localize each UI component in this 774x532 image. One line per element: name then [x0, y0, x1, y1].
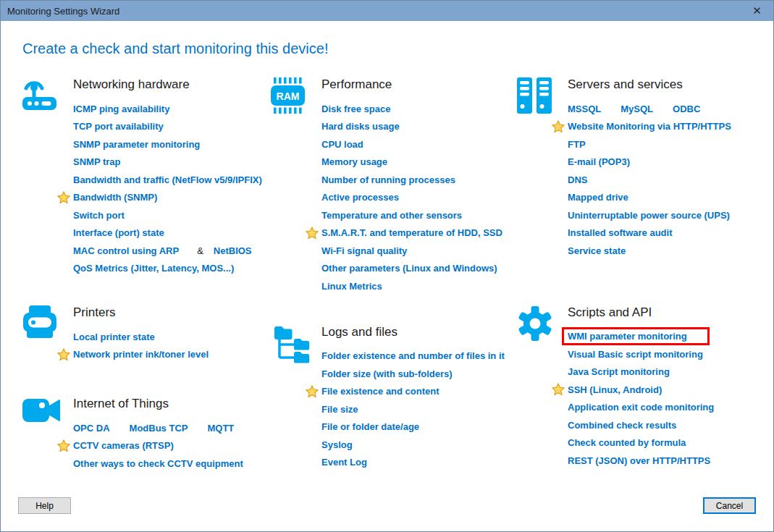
list-item: Application exit code monitoring — [568, 399, 753, 417]
column-middle: RAMPerformanceDisk free spaceHard disks … — [271, 76, 517, 473]
check-link[interactable]: Local printer state — [73, 332, 155, 342]
list-item: QoS Metrics (Jitter, Latency, MOS...) — [73, 260, 271, 278]
check-link[interactable]: Wi-Fi signal quality — [321, 245, 407, 256]
folders-icon — [271, 325, 321, 364]
page-title: Create a check and start monitoring this… — [22, 41, 773, 57]
check-link[interactable]: ODBC — [673, 104, 700, 114]
check-link[interactable]: MySQL — [621, 104, 653, 114]
cancel-button[interactable]: Cancel — [703, 497, 756, 514]
check-link[interactable]: QoS Metrics (Jitter, Latency, MOS...) — [73, 263, 234, 274]
check-link[interactable]: Linux Metrics — [321, 281, 382, 292]
check-link[interactable]: Event Log — [321, 457, 367, 468]
check-link[interactable]: Bandwidth and traffic (NetFlow v5/9/IPFI… — [73, 174, 262, 185]
column-right: Servers and servicesMSSQLMySQLODBCWebsit… — [517, 76, 753, 473]
check-link[interactable]: Interface (port) state — [73, 227, 164, 238]
check-link[interactable]: MQTT — [207, 423, 234, 434]
svg-text:RAM: RAM — [277, 90, 300, 102]
titlebar: Monitoring Settings Wizard ✕ — [1, 1, 773, 21]
section-networking-hardware: Networking hardwareICMP ping availabilit… — [22, 76, 271, 277]
check-link[interactable]: Service state — [568, 245, 626, 256]
check-link[interactable]: Folder size (with sub-folders) — [321, 368, 453, 379]
check-link[interactable]: Other ways to check CCTV equipment — [73, 458, 243, 469]
list-item: Visual Basic script monitoring — [568, 345, 753, 363]
gear-icon — [517, 305, 568, 342]
check-link[interactable]: OPC DA — [73, 423, 110, 434]
section-title: Servers and services — [568, 76, 753, 93]
star-icon — [57, 191, 70, 204]
check-link[interactable]: Folder existence and number of files in … — [321, 350, 505, 361]
check-link[interactable]: Combined check results — [568, 420, 676, 431]
list-item: Linux Metrics — [321, 277, 517, 295]
section-servers-and-services: Servers and servicesMSSQLMySQLODBCWebsit… — [517, 76, 753, 260]
check-link[interactable]: Bandwidth (SNMP) — [73, 192, 157, 203]
list-item: Switch port — [73, 206, 271, 224]
check-link[interactable]: Active processes — [321, 192, 399, 203]
list-item: File size — [321, 400, 517, 418]
check-link[interactable]: Mapped drive — [568, 192, 628, 203]
check-link[interactable]: File size — [321, 404, 358, 415]
list-item: Bandwidth and traffic (NetFlow v5/9/IPFI… — [73, 171, 271, 189]
check-link[interactable]: Website Monitoring via HTTP/HTTPS — [568, 121, 731, 132]
list-item: OPC DAModBus TCPMQTT — [73, 419, 271, 437]
section-printers: PrintersLocal printer stateNetwork print… — [22, 304, 271, 363]
printer-icon — [22, 305, 73, 343]
star-icon — [552, 383, 565, 396]
list-item: SSH (Linux, Android) — [568, 381, 753, 399]
check-link[interactable]: MSSQL — [568, 104, 601, 114]
list-item: Website Monitoring via HTTP/HTTPS — [568, 118, 753, 136]
check-link[interactable]: WMI parameter monitoring — [568, 331, 687, 342]
list-item: Memory usage — [321, 153, 517, 172]
list-item: CPU load — [321, 135, 517, 153]
check-link[interactable]: CCTV cameras (RTSP) — [73, 440, 174, 451]
check-link[interactable]: Application exit code monitoring — [568, 402, 714, 413]
list-item: MSSQLMySQLODBC — [568, 100, 753, 118]
star-icon — [552, 120, 565, 133]
check-link[interactable]: Check counted by formula — [568, 437, 686, 448]
check-link[interactable]: SSH (Linux, Android) — [568, 384, 662, 395]
check-link[interactable]: Installed software audit — [568, 227, 672, 238]
check-link[interactable]: FTP — [568, 139, 586, 150]
check-link[interactable]: SNMP parameter monitoring — [73, 139, 200, 150]
column-left: Networking hardwareICMP ping availabilit… — [22, 76, 271, 473]
section-scripts-and-api: Scripts and APIWMI parameter monitoringV… — [517, 304, 753, 470]
section-performance: RAMPerformanceDisk free spaceHard disks … — [271, 76, 517, 295]
list-item: Active processes — [321, 189, 517, 207]
list-item: Java Script monitoring — [568, 363, 753, 381]
check-link[interactable]: DNS — [568, 174, 587, 185]
star-icon — [306, 227, 319, 240]
check-link[interactable]: Uninterruptable power source (UPS) — [568, 210, 730, 221]
list-item: ICMP ping availability — [73, 100, 271, 118]
check-link[interactable]: File or folder date/age — [321, 421, 419, 432]
check-link[interactable]: NetBIOS — [214, 245, 252, 256]
check-link[interactable]: Memory usage — [321, 156, 387, 167]
check-link[interactable]: Visual Basic script monitoring — [568, 349, 703, 360]
list-item: Bandwidth (SNMP) — [73, 189, 271, 207]
check-link[interactable]: Hard disks usage — [321, 121, 400, 132]
check-link[interactable]: Other parameters (Linux and Windows) — [321, 263, 497, 274]
check-link[interactable]: S.M.A.R.T. and temperature of HDD, SSD — [321, 227, 502, 238]
check-link[interactable]: ModBus TCP — [130, 423, 188, 434]
check-link[interactable]: Temperature and other sensors — [321, 210, 462, 221]
list-item: SNMP trap — [73, 153, 271, 172]
list-item: Interface (port) state — [73, 224, 271, 242]
check-link[interactable]: Disk free space — [321, 104, 390, 114]
list-item: MAC control using ARP&NetBIOS — [73, 242, 271, 260]
check-link[interactable]: ICMP ping availability — [73, 104, 169, 114]
check-link[interactable]: TCP port availability — [73, 121, 164, 132]
help-button[interactable]: Help — [18, 497, 71, 514]
check-link[interactable]: Number of running processes — [321, 174, 455, 185]
check-link[interactable]: Network printer ink/toner level — [73, 349, 209, 360]
section-logs-and-files: Logs and filesFolder existence and numbe… — [271, 324, 517, 472]
list-item: WMI parameter monitoring — [568, 328, 753, 346]
check-link[interactable]: Syslog — [321, 439, 353, 450]
check-link[interactable]: Switch port — [73, 210, 125, 221]
check-link[interactable]: SNMP trap — [73, 156, 121, 167]
check-link[interactable]: CPU load — [321, 139, 363, 150]
list-item: Other ways to check CCTV equipment — [73, 455, 271, 473]
check-link[interactable]: Java Script monitoring — [568, 366, 670, 377]
check-link[interactable]: E-mail (POP3) — [568, 156, 630, 167]
check-link[interactable]: File existence and content — [321, 386, 439, 397]
check-link[interactable]: MAC control using ARP — [73, 245, 179, 256]
close-icon[interactable]: ✕ — [741, 1, 773, 21]
check-link[interactable]: REST (JSON) over HTTP/HTTPS — [568, 455, 710, 466]
